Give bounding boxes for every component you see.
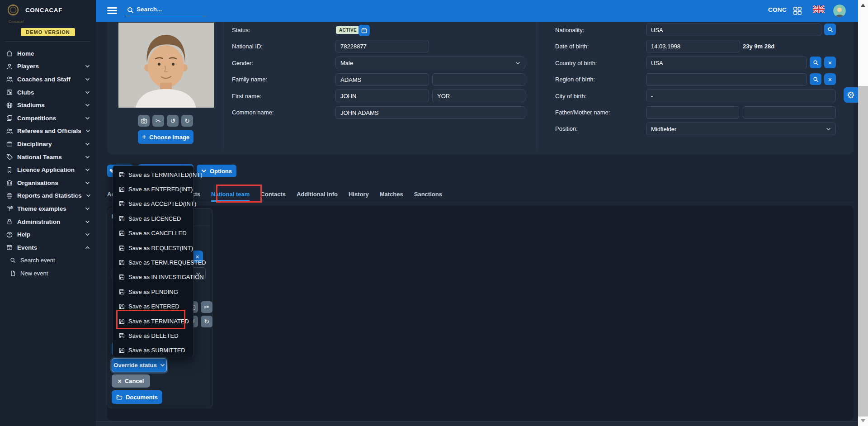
sidebar-item-reports-and-statistics[interactable]: Reports and Statistics: [0, 189, 96, 203]
gender-select[interactable]: Male: [335, 57, 525, 69]
page-scrollbar[interactable]: [858, 0, 868, 426]
region-search-button[interactable]: [810, 73, 821, 85]
region-of-birth-label: Region of birth:: [555, 76, 595, 83]
tab-contacts[interactable]: Contacts: [260, 189, 286, 201]
scrollbar-up-arrow-icon[interactable]: [861, 4, 865, 7]
clubs-icon: [5, 89, 13, 96]
save-icon: [119, 318, 125, 324]
sidebar-item-licence-application[interactable]: Licence Application: [0, 163, 96, 176]
crop-scissors-icon[interactable]: ✂: [152, 115, 164, 127]
chevron-down-icon: [515, 62, 520, 65]
disciplinary-icon: [5, 140, 13, 148]
first-name-alt-input[interactable]: [432, 90, 525, 102]
menu-item-save-as-request-int[interactable]: Save as REQUEST(INT): [113, 241, 193, 255]
region-clear-button[interactable]: ×: [824, 73, 836, 85]
org-code-button[interactable]: CONC: [768, 6, 787, 13]
sidebar-item-coaches-and-staff[interactable]: Coaches and Staff: [0, 73, 96, 86]
chevron-down-icon: [85, 142, 90, 146]
save-icon: [119, 289, 125, 295]
cancel-button[interactable]: × Cancel: [112, 374, 150, 388]
players-icon: [5, 62, 13, 70]
language-flag-uk-icon[interactable]: [813, 5, 825, 13]
sidebar-item-referees-and-officials[interactable]: Referees and Officials: [0, 125, 96, 138]
menu-item-save-as-entered-int[interactable]: Save as ENTERED(INT): [113, 182, 193, 196]
menu-item-save-as-pending[interactable]: Save as PENDING: [113, 284, 193, 299]
tab-history[interactable]: History: [349, 189, 369, 201]
menu-item-save-as-in-investigation[interactable]: Save as IN INVESTIGATION: [113, 270, 193, 284]
scrollbar-down-arrow-icon[interactable]: [861, 419, 865, 422]
sidebar-item-players[interactable]: Players: [0, 60, 96, 73]
country-of-birth-label: Country of birth:: [555, 60, 597, 66]
menu-item-save-as-terminated-int[interactable]: Save as TERMINATED(INT): [113, 167, 193, 182]
chevron-down-icon: [85, 117, 90, 120]
national-id-input[interactable]: [335, 40, 429, 52]
search-input[interactable]: [126, 4, 206, 16]
documents-button[interactable]: Documents: [112, 390, 162, 404]
status-calendar-button[interactable]: [359, 25, 370, 36]
app-name: CONCACAF: [25, 7, 62, 14]
override-status-button[interactable]: Override status: [112, 358, 167, 372]
camera-icon[interactable]: [138, 115, 150, 127]
father-mother-input-2[interactable]: [743, 106, 836, 119]
undo-icon[interactable]: ↺: [167, 115, 179, 127]
footer-bar: [96, 421, 858, 426]
sidebar-item-administration[interactable]: Administration: [0, 215, 96, 228]
choose-image-button[interactable]: + Choose image: [138, 130, 193, 144]
country-search-button[interactable]: [810, 57, 821, 68]
menu-item-save-as-terminated[interactable]: Save as TERMINATED: [113, 314, 193, 328]
status-label: Status:: [232, 27, 250, 33]
sidebar-item-events[interactable]: Events: [0, 241, 96, 254]
country-of-birth-input[interactable]: [646, 57, 807, 69]
options-button[interactable]: Options: [197, 165, 236, 177]
nationality-search-button[interactable]: [824, 24, 836, 35]
events-icon: [5, 244, 13, 251]
sidebar-item-theme-examples[interactable]: Theme examples: [0, 202, 96, 215]
crop-scissors-icon[interactable]: ✂: [201, 301, 212, 313]
chevron-down-icon: [86, 194, 91, 197]
family-name-alt-input[interactable]: [432, 73, 525, 86]
menu-item-save-as-cancelled[interactable]: Save as CANCELLED: [113, 226, 193, 241]
menu-item-save-as-deleted[interactable]: Save as DELETED: [113, 328, 193, 343]
menu-item-save-as-submitted[interactable]: Save as SUBMITTED: [113, 343, 193, 358]
hamburger-menu-icon[interactable]: [107, 7, 117, 14]
tab-national-team[interactable]: National team: [211, 189, 250, 202]
home-icon: [5, 50, 13, 57]
father-mother-input-1[interactable]: [646, 106, 739, 119]
family-name-input[interactable]: [335, 73, 429, 86]
redo-icon[interactable]: ↻: [181, 115, 193, 127]
position-select[interactable]: Midfielder: [646, 123, 836, 135]
photo-toolbar: ✂ ↺ ↻: [138, 115, 193, 127]
sidebar-item-help[interactable]: Help: [0, 228, 96, 241]
tab-matches[interactable]: Matches: [380, 189, 403, 201]
user-avatar[interactable]: [833, 5, 846, 17]
common-name-input[interactable]: [335, 106, 525, 119]
redo-icon[interactable]: ↻: [201, 316, 212, 327]
first-name-input[interactable]: [335, 90, 429, 102]
menu-item-save-as-accepted-int[interactable]: Save as ACCEPTED(INT): [113, 197, 193, 211]
menu-item-save-as-licenced[interactable]: Save as LICENCED: [113, 211, 193, 226]
sidebar-item-disciplinary[interactable]: Disciplinary: [0, 137, 96, 151]
dob-input[interactable]: [646, 40, 740, 52]
sidebar-item-search-event[interactable]: Search event: [0, 254, 96, 267]
tab-additional-info[interactable]: Additional info: [297, 189, 338, 201]
sidebar-item-stadiums[interactable]: Stadiums: [0, 99, 96, 112]
apps-grid-icon[interactable]: [793, 7, 802, 15]
save-icon: [119, 186, 125, 192]
menu-item-save-as-entered[interactable]: Save as ENTERED: [113, 299, 193, 314]
nationality-input[interactable]: [646, 24, 821, 36]
sidebar-item-clubs[interactable]: Clubs: [0, 86, 96, 99]
tab-sanctions[interactable]: Sanctions: [414, 189, 442, 201]
save-icon: [119, 245, 125, 251]
sidebar-item-organisations[interactable]: Organisations: [0, 176, 96, 189]
sidebar-item-home[interactable]: Home: [0, 47, 96, 60]
city-of-birth-input[interactable]: [646, 90, 836, 102]
chevron-down-icon: [85, 129, 90, 133]
country-clear-button[interactable]: ×: [824, 57, 836, 68]
scrollbar-thumb[interactable]: [858, 86, 868, 417]
sidebar-item-national-teams[interactable]: National Teams: [0, 151, 96, 164]
region-of-birth-input[interactable]: [646, 73, 807, 86]
settings-gear-icon[interactable]: ⚙: [844, 87, 858, 103]
sidebar-item-competitions[interactable]: Competitions: [0, 112, 96, 125]
menu-item-save-as-term-requested[interactable]: Save as TERM.REQUESTED: [113, 255, 193, 270]
sidebar-item-new-event[interactable]: New event: [0, 267, 96, 280]
